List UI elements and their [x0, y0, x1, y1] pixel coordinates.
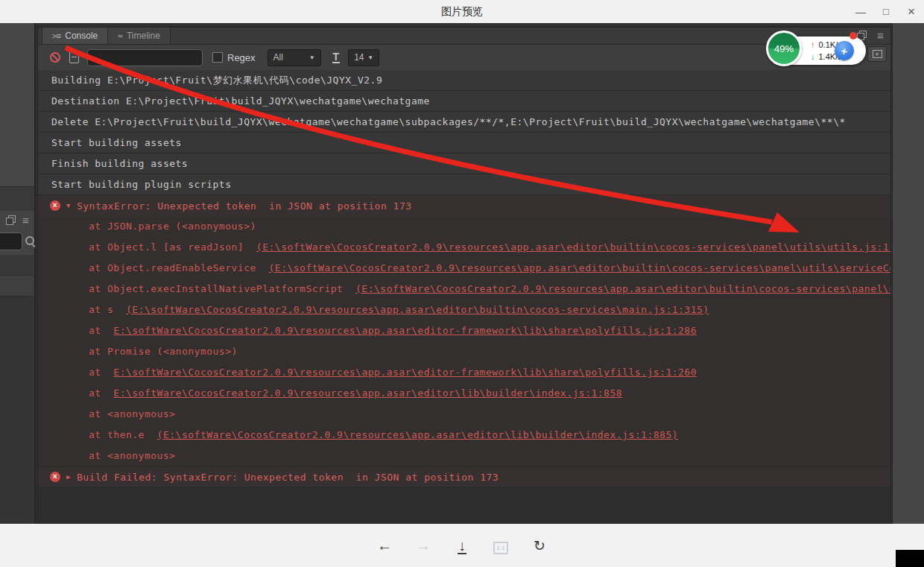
console-log-row-error[interactable]: ×▶Build Failed: SyntaxError: Unexpected …	[38, 466, 890, 487]
net-speed-widget[interactable]: 49% ↑ 0.1K/s ↓ 1.4K/s +	[769, 37, 866, 65]
box-dropdown-icon: ▼	[873, 50, 882, 58]
left-panel-empty-area	[0, 23, 34, 186]
download-arrow-icon: ↓	[811, 51, 815, 63]
stack-trace-link[interactable]: E:\softWare\CocosCreator2.0.9\resources\…	[113, 325, 697, 336]
actual-size-button[interactable]: 1:1	[493, 536, 509, 554]
collapse-icon[interactable]: ▼	[66, 196, 71, 216]
rotate-button[interactable]: ↻	[531, 537, 548, 554]
tab-timeline[interactable]: ≈ Timeline	[108, 28, 171, 44]
float-window-icon[interactable]	[6, 215, 16, 225]
next-image-button[interactable]: →	[415, 537, 431, 554]
chevron-down-icon: ▼	[367, 54, 373, 61]
memory-percent-ball[interactable]: 49%	[766, 31, 802, 66]
error-message: SyntaxError: Unexpected token in JSON at…	[77, 196, 412, 216]
stack-trace-text: at then.e	[89, 429, 157, 440]
log-level-value: All	[273, 52, 283, 63]
maximize-button[interactable]: □	[873, 0, 899, 23]
tab-timeline-label: Timeline	[127, 31, 160, 41]
console-log-row-log: Start building assets	[38, 133, 890, 153]
stack-trace-text: at Object.execInstallNativePlatformScrip…	[89, 283, 355, 294]
search-icon[interactable]	[25, 236, 36, 247]
stack-trace-text: at JSON.parse (<anonymous>)	[89, 221, 256, 232]
console-corner-icons: ≡	[857, 31, 884, 40]
window-title: 图片预览	[0, 0, 924, 23]
stack-trace-text: at Object.readEnableService	[89, 262, 268, 273]
minimize-button[interactable]: —	[848, 0, 873, 23]
left-panel-list-item[interactable]	[0, 276, 34, 297]
console-log-area: Building E:\Project\Fruit\梦幻水果机\代码\code\…	[38, 70, 890, 523]
stack-trace-text: at	[89, 387, 113, 399]
stack-trace-link[interactable]: (E:\softWare\CocosCreator2.0.9\resources…	[157, 429, 678, 440]
error-message: Build Failed: SyntaxError: Unexpected to…	[77, 467, 499, 487]
left-panel-list-item[interactable]	[0, 255, 34, 276]
left-panel-search-row	[0, 229, 34, 255]
console-log-row-stack: at s (E:\softWare\CocosCreator2.0.9\reso…	[38, 300, 890, 320]
stack-trace-text: at s	[89, 304, 126, 315]
stack-trace-link[interactable]: (E:\softWare\CocosCreator2.0.9\resources…	[126, 304, 709, 315]
stack-trace-link[interactable]: (E:\softWare\CocosCreator2.0.9\resources…	[268, 262, 890, 273]
console-prompt-icon: >≡	[52, 31, 60, 41]
font-size-dropdown[interactable]: 14 ▼	[348, 49, 379, 66]
console-log-row-stack: at E:\softWare\CocosCreator2.0.9\resourc…	[38, 320, 890, 341]
tab-console[interactable]: >≡ Console	[42, 28, 108, 44]
background-right-panel	[892, 23, 924, 524]
stack-trace-text: at Object.l [as readJson]	[89, 241, 256, 253]
console-search-input[interactable]	[87, 49, 203, 66]
console-log-row-stack: at Object.l [as readJson] (E:\softWare\C…	[38, 237, 890, 258]
notification-dot	[849, 32, 857, 39]
actual-size-icon: 1:1	[493, 542, 508, 554]
viewer-toolbar: ← → ↓ 1:1 ↻	[0, 524, 924, 567]
close-button[interactable]: ×	[899, 0, 924, 23]
stack-trace-text: at	[89, 367, 113, 378]
console-log-row-stack: at E:\softWare\CocosCreator2.0.9\resourc…	[38, 362, 890, 383]
stack-trace-text: at <anonymous>	[89, 450, 176, 461]
stack-trace-link[interactable]: (E:\softWare\CocosCreator2.0.9\resources…	[256, 241, 890, 253]
console-log-row-stack: at Object.readEnableService (E:\softWare…	[38, 258, 890, 279]
console-log-row-stack: at Promise (<anonymous>)	[38, 341, 890, 362]
expand-icon[interactable]: ▶	[66, 467, 71, 487]
console-log-row-log: Start building plugin scripts	[38, 174, 890, 195]
font-size-value: 14	[354, 52, 364, 63]
tab-console-label: Console	[65, 31, 98, 41]
stack-trace-text: at	[89, 325, 113, 336]
stack-trace-link[interactable]: (E:\softWare\CocosCreator2.0.9\resources…	[355, 283, 890, 294]
clear-console-icon[interactable]	[50, 52, 60, 63]
left-panel-toolbar: ≡	[0, 211, 34, 229]
panel-menu-icon[interactable]: ≡	[22, 215, 29, 225]
log-level-dropdown[interactable]: All ▼	[268, 49, 321, 66]
console-log-row-error[interactable]: ×▼SyntaxError: Unexpected token in JSON …	[38, 195, 890, 216]
dock-dropdown-button[interactable]: ▼	[867, 46, 887, 62]
error-icon: ×	[50, 200, 60, 211]
screen-corner-artifact	[896, 550, 924, 567]
console-log-row-stack: at Object.execInstallNativePlatformScrip…	[38, 279, 890, 300]
window-controls: — □ ×	[848, 0, 924, 23]
console-log-row-stack: at E:\softWare\CocosCreator2.0.9\resourc…	[38, 383, 890, 404]
console-log-row-log: Destination E:\Project\Fruit\build_JQYX\…	[38, 91, 890, 112]
background-left-panel: ≡	[0, 23, 36, 524]
panel-menu-icon[interactable]: ≡	[877, 31, 884, 40]
stack-trace-link[interactable]: E:\softWare\CocosCreator2.0.9\resources\…	[113, 387, 622, 399]
open-log-file-icon[interactable]	[69, 51, 79, 63]
console-tabbar: >≡ Console ≈ Timeline	[38, 28, 890, 45]
previous-image-button[interactable]: ←	[376, 537, 393, 554]
console-log-row-stack: at JSON.parse (<anonymous>)	[38, 216, 890, 237]
console-log-row-log: Delete E:\Project\Fruit\build_JQYX\wecha…	[38, 112, 890, 133]
left-search-input[interactable]	[0, 232, 22, 250]
download-button[interactable]: ↓	[454, 537, 470, 554]
console-log-row-stack: at <anonymous>	[38, 404, 890, 425]
regex-checkbox[interactable]	[212, 52, 223, 63]
console-toolbar: Regex All ▼ T 14 ▼	[38, 45, 890, 70]
console-panel: >≡ Console ≈ Timeline Regex All ▼ T 14 ▼	[37, 27, 891, 524]
font-size-icon: T	[332, 52, 341, 63]
left-panel-row	[0, 186, 34, 211]
error-icon: ×	[50, 472, 60, 482]
stack-trace-text: at Promise (<anonymous>)	[89, 346, 238, 357]
stack-trace-link[interactable]: E:\softWare\CocosCreator2.0.9\resources\…	[113, 367, 697, 378]
download-icon: ↓	[458, 539, 466, 554]
viewer-titlebar: 图片预览 — □ ×	[0, 0, 924, 23]
upload-arrow-icon: ↑	[811, 39, 815, 51]
chevron-down-icon: ▼	[309, 54, 315, 61]
regex-label: Regex	[227, 52, 256, 63]
console-log-row-log: Building E:\Project\Fruit\梦幻水果机\代码\code\…	[38, 70, 890, 91]
preview-content: ≡ >≡ Console ≈ Timeline Regex	[0, 23, 924, 524]
